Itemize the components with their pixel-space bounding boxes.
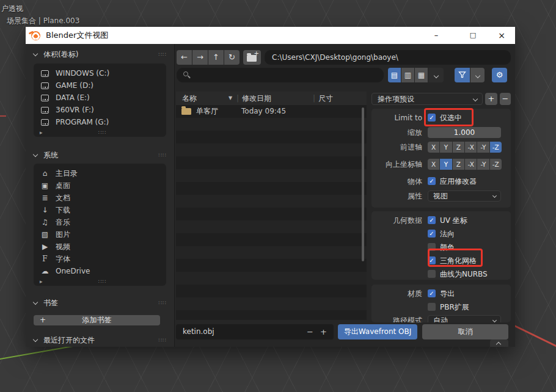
axis-x-button[interactable]: X bbox=[428, 142, 439, 153]
sidebar-item-drive-e[interactable]: DATA (E:) bbox=[34, 92, 166, 104]
dialog-titlebar[interactable]: Blender文件视图 – □ × bbox=[26, 27, 515, 44]
display-settings-dropdown[interactable] bbox=[428, 68, 444, 82]
axis-negx-button[interactable]: -X bbox=[465, 159, 477, 170]
apply-modifiers-checkbox[interactable] bbox=[428, 177, 436, 185]
sidebar-item-drive-c[interactable]: WINDOWS (C:) bbox=[34, 67, 166, 79]
scale-value-field[interactable]: 1.000 bbox=[428, 127, 501, 138]
path-mode-dropdown[interactable]: 自动 bbox=[428, 315, 501, 322]
grip-icon[interactable]: ∷∷ bbox=[98, 278, 106, 285]
view-detail-button[interactable]: ▥ bbox=[401, 68, 414, 82]
axis-x-button[interactable]: X bbox=[428, 159, 439, 170]
column-date[interactable]: 修改日期 bbox=[242, 92, 271, 105]
triangulated-mesh-checkbox[interactable] bbox=[428, 256, 436, 264]
grip-icon[interactable]: ∷∷ bbox=[159, 152, 167, 158]
cancel-button[interactable]: 取消 bbox=[422, 324, 508, 339]
dialog-body: 体积(卷标) ∷∷ WINDOWS (C:) GAME (D:) DATA (E… bbox=[26, 44, 515, 347]
selected-only-checkbox[interactable] bbox=[428, 114, 436, 122]
sidebar-item-videos[interactable]: ▶ 视频 bbox=[34, 241, 166, 253]
column-separator[interactable]: | bbox=[236, 92, 239, 105]
axis-z-button[interactable]: Z bbox=[453, 159, 464, 170]
sidebar-item-drive-d[interactable]: GAME (D:) bbox=[34, 79, 166, 92]
filename-value: ketin.obj bbox=[183, 327, 214, 336]
filename-input[interactable]: ketin.obj − + bbox=[176, 324, 334, 339]
colors-label[interactable]: 颜色 bbox=[440, 242, 455, 253]
column-separator[interactable]: | bbox=[313, 92, 315, 105]
file-list-scrollbar[interactable] bbox=[362, 107, 364, 261]
filter-button[interactable] bbox=[455, 68, 470, 82]
up-button[interactable]: ↑ bbox=[208, 50, 224, 65]
properties-value: 视图 bbox=[433, 192, 448, 200]
normals-checkbox[interactable] bbox=[428, 230, 436, 238]
normals-label[interactable]: 法向 bbox=[440, 228, 455, 239]
maximize-button[interactable]: □ bbox=[459, 27, 486, 44]
axis-z-button[interactable]: Z bbox=[453, 142, 464, 153]
axis-negy-button[interactable]: -Y bbox=[477, 142, 489, 153]
file-row-folder[interactable]: 单客厅 Today 09:45 bbox=[176, 105, 367, 118]
triangulated-mesh-label[interactable]: 三角化网格 bbox=[440, 255, 477, 266]
axis-y-button[interactable]: Y bbox=[440, 159, 452, 170]
settings-button[interactable]: ⚙ bbox=[492, 68, 507, 82]
add-preset-button[interactable]: + bbox=[485, 93, 497, 105]
view-list-button[interactable]: ▤ bbox=[388, 68, 401, 82]
column-size[interactable]: 尺寸 bbox=[318, 92, 333, 105]
pbr-extension-checkbox[interactable] bbox=[428, 303, 436, 311]
grip-icon[interactable]: ∷∷ bbox=[159, 337, 167, 343]
operator-presets-dropdown[interactable]: 操作项预设 bbox=[371, 93, 483, 105]
search-input[interactable] bbox=[177, 68, 384, 82]
new-folder-button[interactable]: + bbox=[243, 50, 261, 65]
font-icon: F bbox=[40, 255, 50, 263]
sidebar-item-drive-g[interactable]: PROGRAM (G:) bbox=[34, 116, 166, 128]
sidebar-item-documents[interactable]: ≣ 文档 bbox=[34, 192, 166, 204]
section-header-system[interactable]: 系统 ∷∷ bbox=[34, 150, 167, 161]
axis-negz-button[interactable]: -Z bbox=[490, 142, 502, 153]
sidebar-item-fonts[interactable]: F 字体 bbox=[34, 253, 166, 265]
path-field[interactable]: C:\Users\CXJ\Desktop\gong\baoye\ bbox=[265, 50, 511, 65]
decrement-icon[interactable]: − bbox=[307, 324, 313, 339]
sidebar-item-desktop[interactable]: ▣ 桌面 bbox=[34, 180, 166, 192]
axis-y-button[interactable]: Y bbox=[440, 142, 452, 153]
sidebar-item-music[interactable]: ♫ 音乐 bbox=[34, 216, 166, 228]
sidebar-item-pictures[interactable]: ▧ 图片 bbox=[34, 228, 166, 241]
grip-icon[interactable]: ∷∷ bbox=[98, 129, 106, 136]
refresh-button[interactable]: ↻ bbox=[224, 50, 240, 65]
increment-icon[interactable]: + bbox=[320, 324, 327, 339]
section-header-volumes[interactable]: 体积(卷标) ∷∷ bbox=[34, 49, 167, 60]
colors-checkbox[interactable] bbox=[428, 243, 436, 251]
sidebar-item-drive-f[interactable]: 360VR (F:) bbox=[34, 104, 166, 116]
add-bookmark-button[interactable]: + 添加书签 bbox=[34, 315, 160, 325]
uv-coordinates-label[interactable]: UV 坐标 bbox=[440, 215, 467, 226]
pbr-extension-label[interactable]: PBR扩展 bbox=[440, 302, 469, 313]
forward-button[interactable]: → bbox=[192, 50, 208, 65]
export-obj-button[interactable]: 导出Wavefront OBJ bbox=[338, 324, 417, 339]
grip-icon[interactable]: ∷∷ bbox=[159, 51, 167, 57]
expand-arrow-icon[interactable]: ▸ bbox=[40, 278, 43, 285]
remove-preset-button[interactable]: − bbox=[500, 93, 511, 105]
collapse-panel-tab[interactable] bbox=[490, 339, 508, 347]
back-button[interactable]: ← bbox=[177, 50, 192, 65]
sidebar-item-home[interactable]: ⌂ 主目录 bbox=[34, 167, 166, 180]
expand-arrow-icon[interactable]: ▸ bbox=[40, 129, 43, 136]
export-materials-checkbox[interactable] bbox=[428, 289, 436, 297]
export-materials-label[interactable]: 导出 bbox=[440, 288, 455, 299]
view-grid-button[interactable]: ▦ bbox=[415, 68, 428, 82]
sort-descending-icon[interactable]: ▼ bbox=[229, 92, 232, 105]
properties-dropdown[interactable]: 视图 bbox=[428, 191, 501, 201]
column-name[interactable]: 名称 bbox=[182, 92, 197, 105]
axis-negz-button[interactable]: -Z bbox=[490, 159, 502, 170]
axis-negy-button[interactable]: -Y bbox=[477, 159, 489, 170]
curves-as-nurbs-checkbox[interactable] bbox=[428, 270, 436, 278]
selected-only-label[interactable]: 仅选中 bbox=[440, 112, 462, 123]
section-header-bookmarks[interactable]: 书签 ∷∷ bbox=[34, 297, 167, 308]
sidebar-item-downloads[interactable]: ↓ 下载 bbox=[34, 204, 166, 216]
curves-as-nurbs-label[interactable]: 曲线为NURBS bbox=[440, 269, 488, 280]
blender-logo-icon bbox=[31, 31, 40, 40]
apply-modifiers-label[interactable]: 应用修改器 bbox=[440, 176, 477, 187]
sidebar-item-onedrive[interactable]: ☁ OneDrive bbox=[34, 265, 166, 277]
grip-icon[interactable]: ∷∷ bbox=[159, 300, 167, 306]
filter-settings-dropdown[interactable] bbox=[470, 68, 485, 82]
uv-coordinates-checkbox[interactable] bbox=[428, 216, 436, 224]
minimize-button[interactable]: – bbox=[423, 27, 450, 44]
close-button[interactable]: × bbox=[488, 27, 515, 44]
section-header-recent[interactable]: 最近打开的文件 ∷∷ bbox=[34, 335, 167, 346]
axis-negx-button[interactable]: -X bbox=[465, 142, 477, 153]
